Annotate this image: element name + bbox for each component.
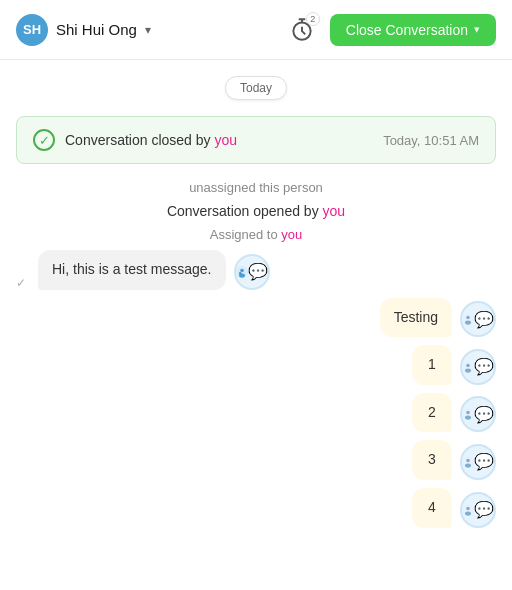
table-row: 4 💬	[16, 488, 496, 528]
closed-notice: ✓ Conversation closed by you Today, 10:5…	[16, 116, 496, 164]
message-text: 1	[428, 356, 436, 372]
table-row: 3 💬	[16, 440, 496, 480]
svg-point-19	[465, 511, 471, 515]
avatar: 💬	[460, 349, 496, 385]
chat-badge: 💬	[474, 357, 494, 376]
svg-point-13	[465, 416, 471, 420]
chat-area: Today ✓ Conversation closed by you Today…	[0, 60, 512, 590]
message-text: Testing	[394, 309, 438, 325]
opened-text: Conversation opened by	[167, 203, 323, 219]
chat-badge: 💬	[474, 405, 494, 424]
chevron-down-icon: ▾	[474, 23, 480, 36]
chat-badge: 💬	[474, 500, 494, 519]
header-actions: 2 Close Conversation ▾	[286, 14, 496, 46]
avatar: SH	[16, 14, 48, 46]
svg-point-10	[465, 368, 471, 372]
message-text: 4	[428, 499, 436, 515]
timer-badge: 2	[306, 12, 320, 26]
message-bubble: 4	[412, 488, 452, 528]
svg-point-6	[466, 316, 470, 320]
svg-point-18	[466, 506, 470, 510]
message-text: 2	[428, 404, 436, 420]
message-text: 3	[428, 451, 436, 467]
message-text: Hi, this is a test message.	[52, 261, 212, 277]
table-row: ✓ Hi, this is a test message. 💬	[16, 250, 496, 290]
date-label: Today	[225, 76, 287, 100]
chevron-down-icon: ▾	[145, 23, 151, 37]
table-row: 1 💬	[16, 345, 496, 385]
avatar: 💬	[460, 301, 496, 337]
closed-notice-left: ✓ Conversation closed by you	[33, 129, 237, 151]
chat-badge: 💬	[474, 310, 494, 329]
message-bubble: 1	[412, 345, 452, 385]
check-mark-icon: ✓	[16, 276, 26, 290]
check-icon: ✓	[33, 129, 55, 151]
svg-point-12	[466, 411, 470, 415]
user-selector[interactable]: SH Shi Hui Ong ▾	[16, 14, 151, 46]
messages-area: ✓ Hi, this is a test message. 💬 Testing	[16, 250, 496, 528]
assigned-you: you	[281, 227, 302, 242]
closed-timestamp: Today, 10:51 AM	[383, 133, 479, 148]
message-bubble: Testing	[380, 298, 452, 338]
svg-point-9	[466, 363, 470, 367]
chat-badge: 💬	[248, 262, 268, 281]
assigned-text: Assigned to	[210, 227, 282, 242]
avatar: 💬	[234, 254, 270, 290]
svg-point-16	[465, 463, 471, 467]
chat-badge: 💬	[474, 452, 494, 471]
svg-point-15	[466, 459, 470, 463]
message-bubble: 3	[412, 440, 452, 480]
closed-you-link: you	[214, 132, 237, 148]
header: SH Shi Hui Ong ▾ 2 Close Conversation ▾	[0, 0, 512, 60]
activity-opened: Conversation opened by you	[16, 203, 496, 219]
close-btn-label: Close Conversation	[346, 22, 468, 38]
svg-point-7	[465, 321, 471, 325]
user-name: Shi Hui Ong	[56, 21, 137, 38]
close-conversation-button[interactable]: Close Conversation ▾	[330, 14, 496, 46]
date-divider: Today	[16, 76, 496, 100]
opened-you: you	[323, 203, 346, 219]
table-row: Testing 💬	[16, 298, 496, 338]
avatar: 💬	[460, 492, 496, 528]
activity-assigned: Assigned to you	[16, 227, 496, 242]
timer-icon[interactable]: 2	[286, 14, 318, 46]
table-row: 2 💬	[16, 393, 496, 433]
avatar: 💬	[460, 444, 496, 480]
svg-point-2	[240, 268, 244, 272]
avatar: 💬	[460, 396, 496, 432]
closed-text-prefix: Conversation closed by	[65, 132, 214, 148]
activity-unassigned: unassigned this person	[16, 180, 496, 195]
message-bubble: 2	[412, 393, 452, 433]
closed-text: Conversation closed by you	[65, 132, 237, 148]
message-bubble: Hi, this is a test message.	[38, 250, 226, 290]
unassigned-text: unassigned this person	[189, 180, 323, 195]
